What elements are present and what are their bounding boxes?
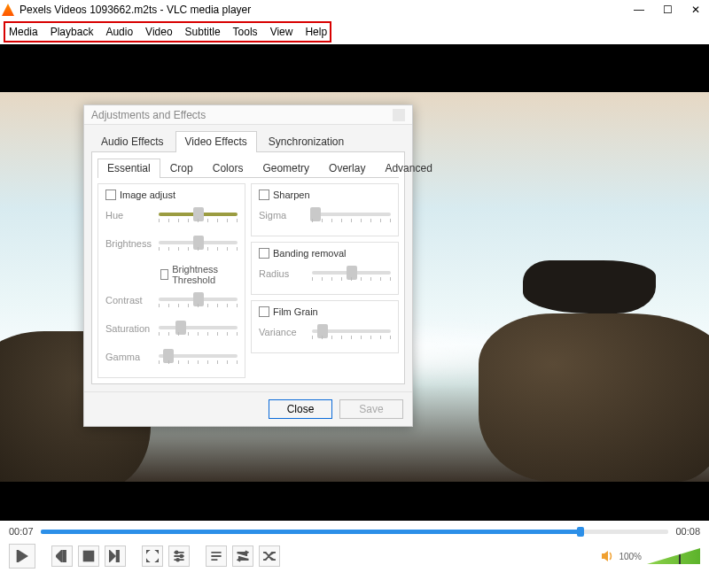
time-total: 00:08 — [675, 526, 700, 537]
menu-subtitle[interactable]: Subtitle — [185, 26, 221, 38]
brightness-threshold-checkbox[interactable] — [160, 269, 168, 280]
loop-button[interactable] — [232, 545, 253, 567]
shuffle-button[interactable] — [259, 545, 280, 567]
menu-playback[interactable]: Playback — [51, 26, 94, 38]
svg-marker-0 — [17, 550, 27, 562]
playlist-button[interactable] — [206, 545, 227, 567]
image-adjust-checkbox[interactable] — [105, 190, 116, 200]
gamma-label: Gamma — [105, 352, 153, 362]
saturation-slider[interactable] — [159, 321, 238, 337]
image-adjust-group: Image adjust Hue Brightness — [97, 183, 245, 378]
minimize-button[interactable]: — — [633, 4, 645, 16]
next-button[interactable] — [105, 545, 126, 567]
brightness-threshold-label: Brightness Threshold — [172, 264, 238, 285]
hue-label: Hue — [105, 210, 153, 220]
variance-label: Variance — [259, 327, 307, 337]
close-button[interactable]: Close — [269, 399, 332, 419]
play-button[interactable] — [9, 544, 35, 569]
stop-button[interactable] — [78, 545, 99, 567]
svg-marker-4 — [109, 550, 115, 562]
sharpen-label: Sharpen — [273, 190, 310, 200]
tab-geometry[interactable]: Geometry — [253, 159, 319, 178]
maximize-button[interactable]: ☐ — [661, 4, 674, 16]
sharpen-group: Sharpen Sigma — [251, 183, 399, 236]
adjustments-dialog: Adjustments and Effects Audio Effects Vi… — [83, 104, 413, 427]
variance-slider[interactable] — [312, 324, 391, 340]
dialog-titlebar[interactable]: Adjustments and Effects — [84, 105, 412, 125]
window-title: Pexels Videos 1093662.m2ts - VLC media p… — [19, 4, 633, 16]
brightness-label: Brightness — [105, 238, 153, 249]
menu-view[interactable]: View — [270, 26, 293, 38]
sharpen-checkbox[interactable] — [259, 190, 269, 200]
filmgrain-checkbox[interactable] — [259, 306, 269, 317]
seek-bar[interactable] — [41, 527, 669, 536]
banding-label: Banding removal — [273, 248, 347, 259]
sigma-label: Sigma — [259, 210, 307, 220]
fullscreen-button[interactable] — [142, 545, 163, 567]
saturation-label: Saturation — [105, 323, 153, 334]
tab-crop[interactable]: Crop — [160, 159, 203, 178]
ext-settings-button[interactable] — [168, 545, 190, 567]
radius-slider[interactable] — [312, 266, 391, 282]
image-adjust-label: Image adjust — [120, 190, 175, 200]
svg-marker-1 — [56, 550, 62, 562]
prev-button[interactable] — [51, 545, 73, 567]
filmgrain-label: Film Grain — [273, 306, 318, 317]
dialog-title: Adjustments and Effects — [91, 109, 206, 121]
player-controls: 00:07 00:08 100% — [0, 521, 709, 588]
tabs-primary: Audio Effects Video Effects Synchronizat… — [91, 130, 405, 152]
filmgrain-group: Film Grain Variance — [251, 300, 399, 353]
tab-synchronization[interactable]: Synchronization — [259, 131, 354, 152]
tab-colors[interactable]: Colors — [203, 159, 253, 178]
banding-group: Banding removal Radius — [251, 242, 399, 295]
tab-advanced[interactable]: Advanced — [375, 159, 441, 178]
radius-label: Radius — [259, 268, 307, 279]
titlebar: Pexels Videos 1093662.m2ts - VLC media p… — [0, 0, 709, 19]
close-window-button[interactable]: ✕ — [690, 4, 702, 16]
volume-slider[interactable] — [647, 548, 700, 564]
menu-audio[interactable]: Audio — [105, 26, 133, 38]
svg-marker-9 — [602, 551, 608, 561]
menu-help[interactable]: Help — [305, 26, 327, 38]
sigma-slider[interactable] — [312, 207, 391, 223]
svg-rect-3 — [83, 551, 93, 561]
tab-essential[interactable]: Essential — [97, 159, 160, 178]
tab-video-effects[interactable]: Video Effects — [175, 131, 257, 152]
gamma-slider[interactable] — [159, 349, 238, 365]
svg-point-7 — [180, 555, 183, 558]
tab-audio-effects[interactable]: Audio Effects — [91, 131, 174, 152]
svg-point-6 — [175, 551, 178, 553]
tab-overlay[interactable]: Overlay — [319, 159, 375, 178]
menu-bar: Media Playback Audio Video Subtitle Tool… — [4, 21, 331, 43]
tabs-secondary: Essential Crop Colors Geometry Overlay A… — [97, 158, 399, 178]
svg-rect-2 — [63, 550, 66, 562]
time-elapsed: 00:07 — [9, 526, 34, 537]
hue-slider[interactable] — [159, 207, 238, 223]
volume-percent: 100% — [619, 552, 642, 561]
brightness-slider[interactable] — [159, 236, 238, 251]
speaker-icon[interactable] — [601, 549, 615, 563]
save-button[interactable]: Save — [339, 399, 403, 419]
svg-point-8 — [176, 559, 179, 561]
dialog-close-icon[interactable] — [393, 109, 405, 121]
banding-checkbox[interactable] — [259, 248, 269, 259]
menu-tools[interactable]: Tools — [233, 26, 258, 38]
menu-video[interactable]: Video — [145, 26, 172, 38]
contrast-slider[interactable] — [159, 292, 238, 308]
menu-media[interactable]: Media — [9, 26, 38, 38]
svg-rect-5 — [116, 550, 119, 562]
contrast-label: Contrast — [105, 295, 153, 306]
vlc-cone-icon — [2, 4, 14, 16]
